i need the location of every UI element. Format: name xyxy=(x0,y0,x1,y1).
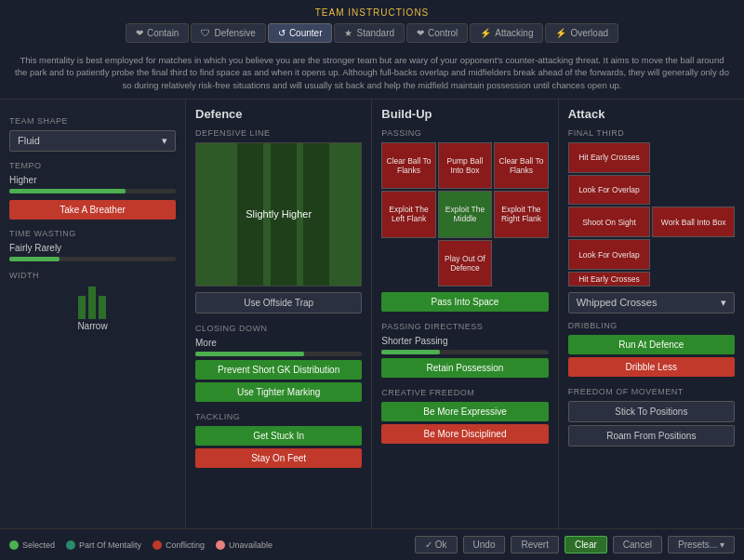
time-wasting-label: TIME WASTING xyxy=(9,229,176,238)
time-wasting-fill xyxy=(9,257,60,261)
pass-cell-8 xyxy=(494,240,548,287)
width-bar-center xyxy=(88,287,96,319)
revert-button[interactable]: Revert xyxy=(511,536,558,553)
tab-overload[interactable]: ⚡ Overload xyxy=(545,23,618,43)
presets-chevron-icon: ▾ xyxy=(720,540,724,550)
tempo-value: Higher xyxy=(9,175,176,185)
mentality-dot xyxy=(66,540,75,550)
run-at-defence-button[interactable]: Run At Defence xyxy=(568,335,735,354)
atk-cell-8[interactable]: Hit Early Crosses xyxy=(568,272,651,287)
buildup-title: Build-Up xyxy=(381,107,548,121)
team-shape-dropdown[interactable]: Fluid ▾ xyxy=(9,130,176,152)
header: TEAM INSTRUCTIONS ❤ Contain 🛡 Defensive … xyxy=(0,0,744,47)
width-visual: Narrow xyxy=(9,285,176,331)
atk-cell-3 xyxy=(652,175,735,206)
team-shape-label: TEAM SHAPE xyxy=(9,116,176,126)
use-offside-trap-button[interactable]: Use Offside Trap xyxy=(195,292,362,313)
prevent-short-gk-button[interactable]: Prevent Short GK Distribution xyxy=(195,360,362,380)
width-value: Narrow xyxy=(77,321,107,331)
chevron-down-icon: ▾ xyxy=(162,135,167,147)
cancel-button[interactable]: Cancel xyxy=(613,536,662,553)
closing-down-label: CLOSING DOWN xyxy=(195,324,362,333)
atk-cell-5[interactable]: Work Ball Into Box xyxy=(652,207,735,237)
pass-cell-6 xyxy=(381,240,435,287)
be-more-expressive-button[interactable]: Be More Expressive xyxy=(381,402,548,421)
closing-down-fill xyxy=(195,352,304,356)
get-stuck-in-button[interactable]: Get Stuck In xyxy=(195,426,362,446)
width-bar-right xyxy=(99,296,106,319)
closing-down-section: CLOSING DOWN More Prevent Short GK Distr… xyxy=(195,324,362,405)
be-more-disciplined-button[interactable]: Be More Disciplined xyxy=(381,424,548,444)
undo-button[interactable]: Undo xyxy=(463,536,506,553)
defensive-line-value: Slightly Higher xyxy=(246,208,312,220)
page-title: TEAM INSTRUCTIONS xyxy=(0,7,744,18)
take-breather-button[interactable]: Take A Breather xyxy=(9,200,176,220)
passing-grid: Clear Ball To Flanks Pump Ball Into Box … xyxy=(381,142,548,287)
tab-contain[interactable]: ❤ Contain xyxy=(126,23,189,43)
passing-directness-label: PASSING DIRECTNESS xyxy=(381,322,548,331)
conflicting-dot xyxy=(153,540,162,550)
counter-icon: ↺ xyxy=(278,28,286,38)
dribbling-section: DRIBBLING Run At Defence Dribble Less xyxy=(568,321,735,380)
tab-attacking[interactable]: ⚡ Attacking xyxy=(470,23,543,43)
passing-label: PASSING xyxy=(381,128,548,138)
buildup-column: Build-Up PASSING Clear Ball To Flanks Pu… xyxy=(372,100,558,557)
pass-into-space-button[interactable]: Pass Into Space xyxy=(381,292,548,312)
whipped-crosses-dropdown[interactable]: Whipped Crosses ▾ xyxy=(568,292,735,313)
atk-cell-0[interactable]: Hit Early Crosses xyxy=(568,142,651,173)
atk-cell-6[interactable]: Look For Overlap xyxy=(568,239,651,270)
atk-cell-9 xyxy=(652,272,735,287)
atk-cell-7 xyxy=(652,239,735,270)
closing-down-slider[interactable] xyxy=(195,352,362,356)
tab-standard[interactable]: ★ Standard xyxy=(334,23,405,43)
control-icon: ❤ xyxy=(417,28,424,38)
atk-cell-1 xyxy=(652,142,735,173)
presets-button[interactable]: Presets... ▾ xyxy=(668,536,735,553)
stick-to-positions-button[interactable]: Stick To Positions xyxy=(568,401,735,422)
pass-cell-3[interactable]: Exploit The Left Flank xyxy=(381,191,435,237)
tackling-section: TACKLING Get Stuck In Stay On Feet xyxy=(195,412,362,471)
freedom-of-movement-label: FREEDOM OF MOVEMENT xyxy=(568,387,735,396)
retain-possession-button[interactable]: Retain Possession xyxy=(381,358,548,378)
sidebar: TEAM SHAPE Fluid ▾ TEMPO Higher Take A B… xyxy=(0,100,186,557)
tab-bar: ❤ Contain 🛡 Defensive ↺ Counter ★ Standa… xyxy=(0,23,744,43)
whipped-crosses-row: Whipped Crosses ▾ xyxy=(568,292,735,313)
time-wasting-value: Fairly Rarely xyxy=(9,243,176,253)
footer: Selected Part Of Mentality Conflicting U… xyxy=(0,528,744,560)
roam-from-positions-button[interactable]: Roam From Positions xyxy=(568,425,735,447)
clear-button[interactable]: Clear xyxy=(565,536,607,553)
tab-defensive[interactable]: 🛡 Defensive xyxy=(191,23,265,43)
legend-unavailable: Unavailable xyxy=(216,540,272,550)
dribble-less-button[interactable]: Dribble Less xyxy=(568,357,735,377)
defence-title: Defence xyxy=(195,107,362,121)
atk-cell-4[interactable]: Shoot On Sight xyxy=(568,207,651,237)
pass-cell-5[interactable]: Exploit The Right Flank xyxy=(494,191,548,237)
pass-cell-7[interactable]: Play Out Of Defence xyxy=(438,240,492,287)
attacking-icon: ⚡ xyxy=(480,28,491,38)
legend-conflicting: Conflicting xyxy=(153,540,205,550)
attack-grid: Hit Early Crosses Look For Overlap Shoot… xyxy=(568,142,735,287)
defensive-icon: 🛡 xyxy=(201,28,210,38)
pass-cell-0[interactable]: Clear Ball To Flanks xyxy=(381,142,435,189)
passing-directness-section: PASSING DIRECTNESS Shorter Passing Retai… xyxy=(381,322,548,380)
width-label: WIDTH xyxy=(9,271,176,280)
pass-cell-2[interactable]: Clear Ball To Flanks xyxy=(494,142,548,189)
width-bar-left xyxy=(78,296,86,319)
tempo-label: TEMPO xyxy=(9,161,176,170)
ok-button[interactable]: ✓ Ok xyxy=(415,536,458,553)
legend-mentality: Part Of Mentality xyxy=(66,540,141,550)
main-content: TEAM SHAPE Fluid ▾ TEMPO Higher Take A B… xyxy=(0,100,744,557)
dribbling-label: DRIBBLING xyxy=(568,321,735,330)
tab-control[interactable]: ❤ Control xyxy=(406,23,468,43)
tab-counter[interactable]: ↺ Counter xyxy=(268,23,333,43)
chevron-down-icon: ▾ xyxy=(721,297,726,309)
time-wasting-slider[interactable] xyxy=(9,257,176,261)
stay-on-feet-button[interactable]: Stay On Feet xyxy=(195,448,362,468)
passing-directness-slider[interactable] xyxy=(381,350,548,354)
pass-cell-1[interactable]: Pump Ball Into Box xyxy=(438,142,492,189)
use-tighter-marking-button[interactable]: Use Tighter Marking xyxy=(195,382,362,402)
attack-title: Attack xyxy=(568,107,735,121)
pass-cell-4[interactable]: Exploit The Middle xyxy=(438,191,492,237)
tempo-slider[interactable] xyxy=(9,189,176,193)
atk-cell-2[interactable]: Look For Overlap xyxy=(568,175,651,206)
